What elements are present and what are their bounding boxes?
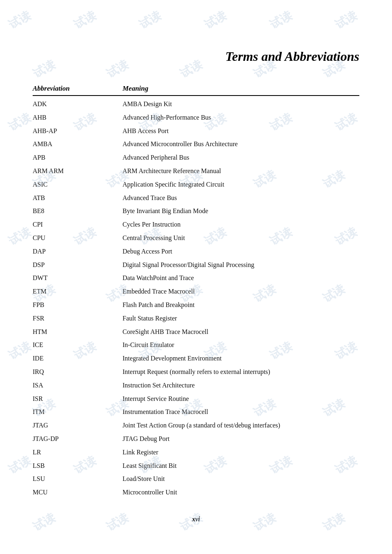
- table-row: JTAGJoint Test Action Group (a standard …: [33, 419, 359, 432]
- meaning-cell: Link Register: [122, 447, 359, 458]
- meaning-cell: JTAG Debug Port: [122, 434, 359, 444]
- table-row: ICEIn-Circuit Emulator: [33, 338, 359, 352]
- meaning-cell: Advanced High-Performance Bus: [122, 113, 359, 123]
- meaning-cell: Instrumentation Trace Macrocell: [122, 407, 359, 417]
- meaning-cell: AHB Access Port: [122, 126, 359, 136]
- header-abbreviation: Abbreviation: [33, 85, 122, 93]
- meaning-cell: Cycles Per Instruction: [122, 220, 359, 230]
- abbreviation-cell: MCU: [33, 487, 122, 498]
- table-row: DSPDigital Signal Processor/Digital Sign…: [33, 258, 359, 272]
- table-row: ITMInstrumentation Trace Macrocell: [33, 405, 359, 419]
- table-row: LRLink Register: [33, 446, 359, 459]
- table-row: APBAdvanced Peripheral Bus: [33, 151, 359, 165]
- table-row: CPUCentral Processing Unit: [33, 231, 359, 245]
- page-content: Terms and Abbreviations Abbreviation Mea…: [0, 0, 392, 554]
- abbreviation-cell: FSR: [33, 314, 122, 324]
- meaning-cell: Advanced Trace Bus: [122, 193, 359, 203]
- table-row: LSBLeast Significant Bit: [33, 459, 359, 473]
- abbreviation-cell: ATB: [33, 193, 122, 203]
- meaning-cell: Joint Test Action Group (a standard of t…: [122, 421, 359, 431]
- meaning-cell: Flash Patch and Breakpoint: [122, 300, 359, 310]
- abbreviation-cell: AMBA: [33, 139, 122, 149]
- abbreviation-cell: ASIC: [33, 180, 122, 190]
- table-row: DWTData WatchPoint and Trace: [33, 271, 359, 285]
- meaning-cell: CoreSight AHB Trace Macrocell: [122, 327, 359, 337]
- table-row: ASICApplication Specific Integrated Circ…: [33, 178, 359, 191]
- meaning-cell: Interrupt Request (normally refers to ex…: [122, 367, 359, 377]
- abbreviation-cell: DSP: [33, 260, 122, 270]
- meaning-cell: AMBA Design Kit: [122, 99, 359, 109]
- meaning-cell: Data WatchPoint and Trace: [122, 273, 359, 283]
- table-row: AHBAdvanced High-Performance Bus: [33, 111, 359, 125]
- abbreviation-cell: ICE: [33, 340, 122, 350]
- abbreviation-cell: LSU: [33, 474, 122, 484]
- abbreviation-cell: IDE: [33, 354, 122, 364]
- meaning-cell: Microcontroller Unit: [122, 487, 359, 498]
- table-row: AHB-APAHB Access Port: [33, 125, 359, 138]
- abbreviation-cell: JTAG: [33, 421, 122, 431]
- table-row: ISAInstruction Set Architecture: [33, 379, 359, 392]
- meaning-cell: Central Processing Unit: [122, 233, 359, 243]
- meaning-cell: Advanced Peripheral Bus: [122, 153, 359, 163]
- meaning-cell: Instruction Set Architecture: [122, 380, 359, 391]
- table-row: ARM ARMARM Architecture Reference Manual: [33, 165, 359, 178]
- page-number: xvi: [33, 516, 359, 523]
- table-body: ADKAMBA Design KitAHBAdvanced High-Perfo…: [33, 98, 359, 499]
- abbreviation-cell: HTM: [33, 327, 122, 337]
- header-meaning: Meaning: [122, 85, 359, 93]
- meaning-cell: Integrated Development Environment: [122, 354, 359, 364]
- abbreviation-cell: ISR: [33, 394, 122, 404]
- table-header: Abbreviation Meaning: [33, 85, 359, 96]
- meaning-cell: Application Specific Integrated Circuit: [122, 180, 359, 190]
- meaning-cell: Interrupt Service Routine: [122, 394, 359, 404]
- table-row: JTAG-DPJTAG Debug Port: [33, 432, 359, 446]
- abbreviation-cell: CPI: [33, 220, 122, 230]
- table-row: MCUMicrocontroller Unit: [33, 486, 359, 499]
- meaning-cell: ARM Architecture Reference Manual: [122, 166, 359, 176]
- meaning-cell: Embedded Trace Macrocell: [122, 287, 359, 297]
- page-title: Terms and Abbreviations: [33, 49, 359, 64]
- abbreviation-cell: IRQ: [33, 367, 122, 377]
- table-row: AMBAAdvanced Microcontroller Bus Archite…: [33, 138, 359, 151]
- abbreviation-cell: ADK: [33, 99, 122, 109]
- table-row: HTMCoreSight AHB Trace Macrocell: [33, 325, 359, 339]
- table-row: ATBAdvanced Trace Bus: [33, 191, 359, 205]
- abbreviation-cell: ISA: [33, 380, 122, 391]
- abbreviation-cell: FPB: [33, 300, 122, 310]
- abbreviation-cell: LSB: [33, 461, 122, 471]
- abbreviation-cell: AHB: [33, 113, 122, 123]
- abbreviation-cell: ARM ARM: [33, 166, 122, 176]
- meaning-cell: Digital Signal Processor/Digital Signal …: [122, 260, 359, 270]
- meaning-cell: Debug Access Port: [122, 247, 359, 257]
- table-row: ADKAMBA Design Kit: [33, 98, 359, 111]
- meaning-cell: Load/Store Unit: [122, 474, 359, 484]
- abbreviation-cell: ETM: [33, 287, 122, 297]
- table-row: ISRInterrupt Service Routine: [33, 392, 359, 406]
- table-row: CPICycles Per Instruction: [33, 218, 359, 231]
- abbreviation-cell: CPU: [33, 233, 122, 243]
- meaning-cell: Least Significant Bit: [122, 461, 359, 471]
- table-row: IRQInterrupt Request (normally refers to…: [33, 365, 359, 379]
- abbreviation-cell: ITM: [33, 407, 122, 417]
- meaning-cell: Advanced Microcontroller Bus Architectur…: [122, 139, 359, 149]
- abbreviation-cell: BE8: [33, 206, 122, 216]
- meaning-cell: Byte Invariant Big Endian Mode: [122, 206, 359, 216]
- table-row: FPBFlash Patch and Breakpoint: [33, 298, 359, 312]
- abbreviation-cell: DAP: [33, 247, 122, 257]
- meaning-cell: In-Circuit Emulator: [122, 340, 359, 350]
- abbreviations-table: Abbreviation Meaning ADKAMBA Design KitA…: [33, 85, 359, 499]
- table-row: DAPDebug Access Port: [33, 245, 359, 258]
- abbreviation-cell: APB: [33, 153, 122, 163]
- abbreviation-cell: AHB-AP: [33, 126, 122, 136]
- table-row: ETMEmbedded Trace Macrocell: [33, 285, 359, 298]
- table-row: LSULoad/Store Unit: [33, 472, 359, 486]
- abbreviation-cell: LR: [33, 447, 122, 458]
- table-row: IDEIntegrated Development Environment: [33, 352, 359, 365]
- abbreviation-cell: JTAG-DP: [33, 434, 122, 444]
- meaning-cell: Fault Status Register: [122, 314, 359, 324]
- table-row: FSRFault Status Register: [33, 312, 359, 325]
- abbreviation-cell: DWT: [33, 273, 122, 283]
- table-row: BE8Byte Invariant Big Endian Mode: [33, 205, 359, 218]
